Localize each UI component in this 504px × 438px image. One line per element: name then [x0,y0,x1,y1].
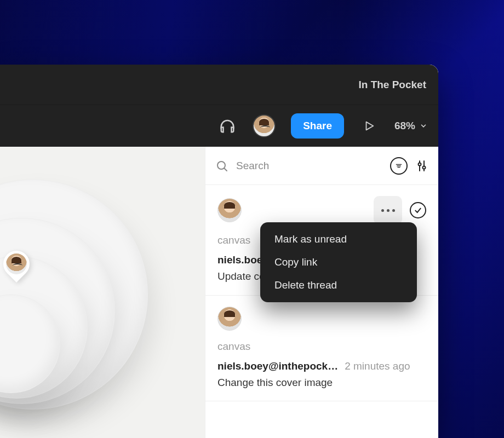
check-icon [414,206,422,215]
menu-copy-link[interactable]: Copy link [260,251,417,274]
zoom-value: 68% [394,120,415,132]
comments-panel: canvas niels.boey@inthepock… Update co M… [205,147,438,438]
canvas-artwork [0,169,159,420]
user-avatar[interactable] [253,114,276,137]
svg-line-2 [225,168,227,171]
search-row [205,147,438,185]
play-icon[interactable] [359,116,379,136]
comment-author: niels.boey@inthepock… [217,360,338,372]
settings-sliders-icon[interactable] [415,158,428,174]
more-options-button[interactable] [374,196,402,224]
comment-thread[interactable]: canvas niels.boey@inthepock… Update co M… [205,185,438,296]
search-input[interactable] [236,160,335,172]
more-icon [381,209,395,212]
svg-point-8 [419,163,421,165]
zoom-control[interactable]: 68% [394,120,427,132]
menu-delete-thread[interactable]: Delete thread [260,274,417,297]
comment-avatar [217,307,242,331]
canvas-area[interactable] [0,147,205,438]
comment-avatar [217,198,242,222]
filter-icon[interactable] [390,157,408,175]
comment-thread[interactable]: canvas niels.boey@inthepock… 2 minutes a… [205,296,438,402]
comment-body: Change this cover image [217,376,426,390]
titlebar: In The Pocket [0,65,438,105]
svg-marker-0 [366,122,373,130]
chevron-down-icon [420,122,427,130]
resolve-button[interactable] [410,202,426,218]
comment-location: canvas [217,341,426,353]
workspace-name[interactable]: In The Pocket [358,79,426,91]
comment-time: 2 minutes ago [345,360,410,372]
app-window: In The Pocket Share 68% [0,65,438,438]
svg-point-9 [423,166,426,169]
search-icon [215,159,228,172]
context-menu: Mark as unread Copy link Delete thread [260,222,417,302]
headphones-icon[interactable] [217,116,237,136]
share-button[interactable]: Share [291,113,344,139]
menu-mark-unread[interactable]: Mark as unread [260,228,417,251]
pin-avatar [6,253,27,274]
toolbar: Share 68% [0,105,438,147]
